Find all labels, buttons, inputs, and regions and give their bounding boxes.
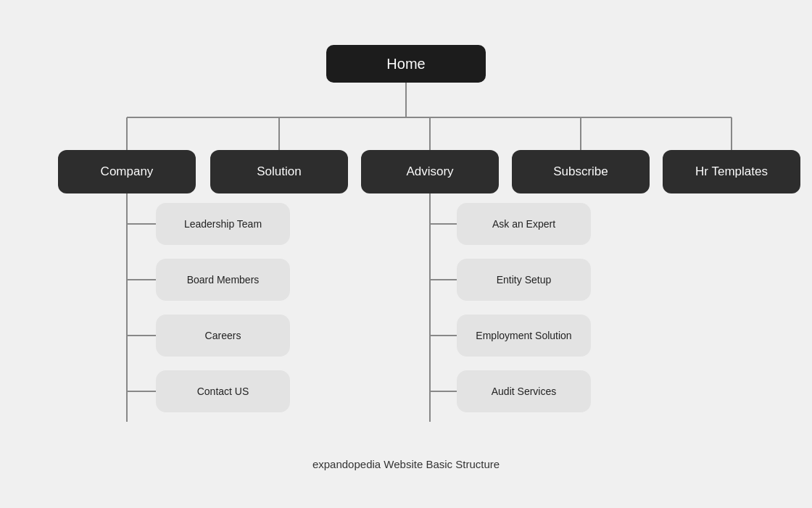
careers-node[interactable]: Careers [156,315,290,357]
contact-us-node[interactable]: Contact US [156,370,290,412]
connector-lines [22,38,790,451]
audit-services-node[interactable]: Audit Services [457,370,591,412]
advisory-node[interactable]: Advisory [361,150,499,193]
leadership-team-node[interactable]: Leadership Team [156,203,290,245]
company-node[interactable]: Company [58,150,196,193]
diagram-container: Home Company Solution Advisory Subscribe… [0,23,812,485]
employment-solution-node[interactable]: Employment Solution [457,315,591,357]
ask-expert-node[interactable]: Ask an Expert [457,203,591,245]
diagram-area: Home Company Solution Advisory Subscribe… [22,38,790,451]
solution-node[interactable]: Solution [210,150,348,193]
entity-setup-node[interactable]: Entity Setup [457,259,591,301]
footer-title: expandopedia Website Basic Structure [312,458,500,470]
subscribe-node[interactable]: Subscribe [512,150,650,193]
board-members-node[interactable]: Board Members [156,259,290,301]
home-node[interactable]: Home [326,45,486,83]
hr-templates-node[interactable]: Hr Templates [663,150,800,193]
